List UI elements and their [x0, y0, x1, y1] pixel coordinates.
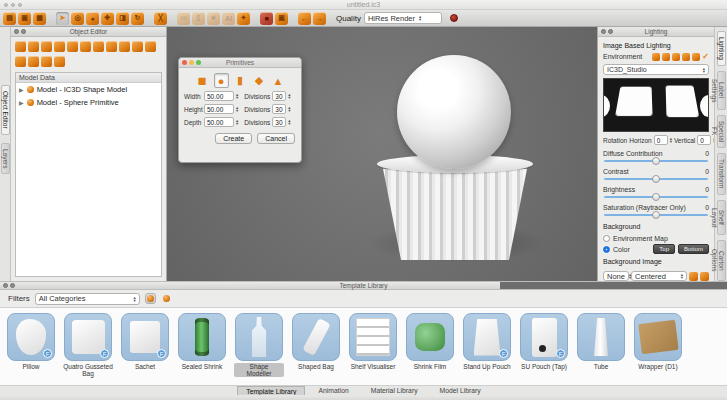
width-divisions-stepper[interactable]: ▴▾: [288, 93, 290, 99]
environment-map-radio[interactable]: [603, 235, 610, 242]
depth-stepper[interactable]: ▴▾: [236, 119, 238, 125]
object-tool-9-icon[interactable]: [119, 41, 130, 52]
quality-select[interactable]: HiRes Render ▴▾: [364, 12, 442, 24]
environment-tool-5-icon[interactable]: [692, 53, 700, 61]
width-stepper[interactable]: ▴▾: [236, 93, 238, 99]
tab-layers[interactable]: Layers: [1, 143, 10, 175]
tab-template-library[interactable]: Template Library: [237, 386, 305, 395]
template-su-pouch-tap[interactable]: F SU Pouch (Tap): [519, 313, 569, 370]
object-tool-3-icon[interactable]: [41, 41, 52, 52]
template-stand-up-pouch[interactable]: F Stand Up Pouch: [462, 313, 512, 370]
slider-thumb[interactable]: [652, 211, 660, 219]
template-shrink-film[interactable]: Shrink Film: [405, 313, 455, 370]
height-divisions-stepper[interactable]: ▴▾: [288, 106, 290, 112]
expand-arrow-icon[interactable]: ▶: [19, 86, 24, 93]
template-sachet[interactable]: F Sachet: [120, 313, 170, 370]
deform-tool-icon[interactable]: ╳: [154, 12, 167, 25]
3d-viewport[interactable]: Primitives ◼ ● ▮ ◆ ▲ Width ▴▾ Divisions …: [167, 27, 597, 281]
template-quatro-gusseted-bag[interactable]: F Quatro Gusseted Bag: [63, 313, 113, 377]
grab-tool-icon[interactable]: ✦: [237, 12, 250, 25]
template-pillow[interactable]: F Pillow: [6, 313, 56, 370]
new-document-icon[interactable]: ▤: [3, 12, 16, 25]
cancel-button[interactable]: Cancel: [257, 133, 295, 144]
object-tool-1-icon[interactable]: [15, 41, 26, 52]
template-shaped-bag[interactable]: Shaped Bag: [291, 313, 341, 370]
object-tool-4-icon[interactable]: [54, 41, 65, 52]
fluted-cup-model[interactable]: [380, 163, 530, 260]
library-view-2-icon[interactable]: [161, 293, 172, 304]
category-filter-select[interactable]: All Categories ▴▾: [35, 293, 140, 305]
scale-tool-icon[interactable]: ◨: [116, 12, 129, 25]
tab-special-fx[interactable]: Special FX: [717, 115, 726, 148]
pan-tool-icon[interactable]: ✚: [101, 12, 114, 25]
object-tool-10-icon[interactable]: [132, 41, 143, 52]
horizon-stepper[interactable]: ▴▾: [670, 137, 672, 143]
sphere-primitive-icon[interactable]: ●: [214, 73, 229, 88]
depth-divisions-stepper[interactable]: ▴▾: [288, 119, 290, 125]
slider-thumb[interactable]: [652, 157, 660, 165]
template-shape-modeller[interactable]: Shape Modeller: [234, 313, 284, 377]
width-divisions-field[interactable]: [272, 91, 286, 101]
slider-thumb[interactable]: [652, 193, 660, 201]
depth-divisions-field[interactable]: [272, 117, 286, 127]
clear-image-icon[interactable]: [700, 272, 709, 281]
bottom-color-button[interactable]: Bottom: [678, 244, 709, 254]
horizon-field[interactable]: [654, 135, 668, 145]
material-tool-icon[interactable]: ■: [260, 12, 273, 25]
template-sealed-shrink[interactable]: Sealed Shrink: [177, 313, 227, 370]
object-tool-6-icon[interactable]: [80, 41, 91, 52]
object-tool-8-icon[interactable]: [106, 41, 117, 52]
primitives-dialog-titlebar[interactable]: Primitives: [179, 58, 301, 68]
redo-icon[interactable]: →: [313, 12, 326, 25]
height-divisions-field[interactable]: [272, 104, 286, 114]
tab-animation[interactable]: Animation: [309, 386, 357, 395]
tab-object-editor[interactable]: Object Editor: [1, 85, 10, 135]
tab-shelf-layout[interactable]: Shelf Layout: [717, 200, 726, 236]
zoom-tool-icon[interactable]: ◎: [71, 12, 84, 25]
template-wrapper-d1[interactable]: Wrapper (D1): [633, 313, 683, 370]
expand-arrow-icon[interactable]: ▶: [19, 99, 24, 106]
environment-tool-4-icon[interactable]: [682, 53, 690, 61]
depth-field[interactable]: [204, 117, 234, 127]
library-view-1-icon[interactable]: [145, 293, 156, 304]
object-tool-11-icon[interactable]: [145, 41, 156, 52]
cube-primitive-icon[interactable]: ◼: [195, 73, 210, 88]
color-radio[interactable]: [603, 246, 610, 253]
edit-tool-4-icon[interactable]: [54, 56, 65, 67]
tab-carton-options[interactable]: Carton Options: [717, 240, 726, 281]
tree-item-shape-model[interactable]: ▶ Model - IC3D Shape Model: [16, 83, 161, 96]
tree-item-sphere-primitive[interactable]: ▶ Model - Sphere Primitive: [16, 96, 161, 109]
edit-tool-2-icon[interactable]: [28, 56, 39, 67]
render-status-icon[interactable]: [450, 14, 458, 22]
environment-select[interactable]: IC3D_Studio ▴▾: [603, 64, 709, 75]
library-tool-icon[interactable]: ▣: [275, 12, 288, 25]
height-stepper[interactable]: ▴▾: [236, 106, 238, 112]
create-button[interactable]: Create: [215, 133, 252, 144]
saturation-slider[interactable]: [604, 211, 708, 219]
cylinder-primitive-icon[interactable]: ▮: [233, 73, 248, 88]
environment-tool-1-icon[interactable]: [652, 53, 660, 61]
undo-icon[interactable]: ←: [298, 12, 311, 25]
tab-label-settings[interactable]: Label Settings: [717, 71, 726, 110]
diffuse-slider[interactable]: [604, 157, 708, 165]
rotate-tool-icon[interactable]: ↻: [131, 12, 144, 25]
width-field[interactable]: [204, 91, 234, 101]
object-tool-7-icon[interactable]: [93, 41, 104, 52]
tab-lighting[interactable]: Lighting: [717, 31, 726, 66]
cone-primitive-icon[interactable]: ▲: [271, 73, 286, 88]
object-tool-5-icon[interactable]: [67, 41, 78, 52]
environment-tool-3-icon[interactable]: [672, 53, 680, 61]
background-fit-select[interactable]: Centered▴▾: [631, 271, 687, 281]
load-image-icon[interactable]: [689, 272, 698, 281]
sphere-model[interactable]: [397, 55, 511, 169]
tab-material-library[interactable]: Material Library: [362, 386, 427, 395]
tab-model-library[interactable]: Model Library: [431, 386, 490, 395]
orbit-tool-icon[interactable]: ●: [86, 12, 99, 25]
slider-thumb[interactable]: [652, 175, 660, 183]
edit-tool-3-icon[interactable]: [41, 56, 52, 67]
environment-apply-icon[interactable]: ✓: [702, 52, 709, 61]
template-shelf-visualiser[interactable]: Shelf Visualiser: [348, 313, 398, 370]
top-color-button[interactable]: Top: [653, 244, 675, 254]
diamond-primitive-icon[interactable]: ◆: [252, 73, 267, 88]
save-icon[interactable]: ▦: [33, 12, 46, 25]
